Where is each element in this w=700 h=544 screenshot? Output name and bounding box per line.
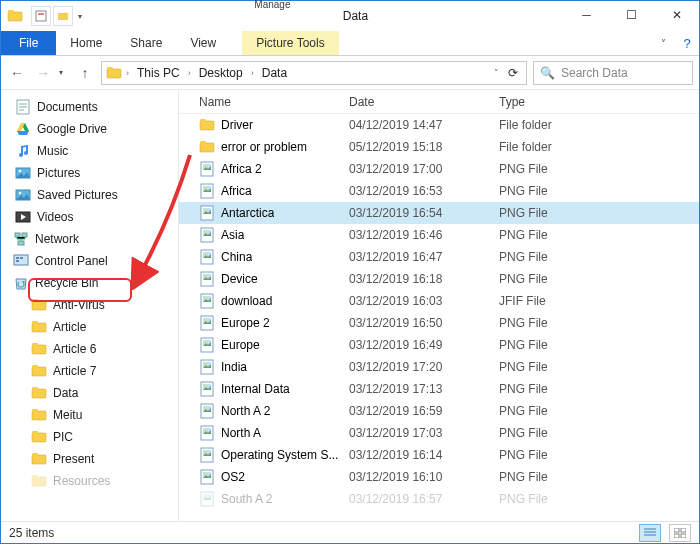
file-type: PNG File: [489, 382, 699, 396]
column-date[interactable]: Date: [339, 95, 489, 109]
ribbon-tab-picture-tools[interactable]: Picture Tools: [242, 31, 338, 55]
file-date: 04/12/2019 14:47: [339, 118, 489, 132]
file-row[interactable]: Internal Data03/12/2019 17:13PNG File: [179, 378, 699, 400]
file-row[interactable]: India03/12/2019 17:20PNG File: [179, 356, 699, 378]
qat-new-folder[interactable]: [53, 6, 73, 26]
column-name[interactable]: Name: [179, 95, 339, 109]
svg-rect-19: [16, 260, 19, 262]
tree-item[interactable]: Network: [3, 228, 176, 250]
chevron-right-icon[interactable]: ›: [124, 68, 131, 78]
file-date: 03/12/2019 16:18: [339, 272, 489, 286]
file-row[interactable]: Device03/12/2019 16:18PNG File: [179, 268, 699, 290]
tree-item[interactable]: Saved Pictures: [3, 184, 176, 206]
tree-item[interactable]: Article 6: [3, 338, 176, 360]
svg-point-59: [204, 275, 206, 277]
tree-item[interactable]: Resources: [3, 470, 176, 492]
nav-back[interactable]: ←: [7, 63, 27, 83]
svg-point-77: [204, 407, 206, 409]
tree-item-label: Pictures: [37, 166, 80, 180]
view-large-button[interactable]: [669, 524, 691, 542]
breadcrumb-this-pc[interactable]: This PC: [133, 66, 184, 80]
svg-point-74: [204, 385, 206, 387]
file-row[interactable]: China03/12/2019 16:47PNG File: [179, 246, 699, 268]
file-tab[interactable]: File: [1, 31, 56, 55]
folder-icon: [31, 473, 47, 489]
file-date: 03/12/2019 17:03: [339, 426, 489, 440]
file-name: China: [221, 250, 252, 264]
file-row[interactable]: North A 203/12/2019 16:59PNG File: [179, 400, 699, 422]
tree-item[interactable]: Anti-Virus: [3, 294, 176, 316]
chevron-right-icon[interactable]: ›: [249, 68, 256, 78]
file-row[interactable]: error or problem05/12/2019 15:18File fol…: [179, 136, 699, 158]
file-row[interactable]: Antarctica03/12/2019 16:54PNG File: [179, 202, 699, 224]
address-dropdown[interactable]: ˅: [491, 68, 502, 78]
refresh-icon[interactable]: ⟳: [504, 66, 522, 80]
maximize-button[interactable]: ☐: [609, 1, 654, 29]
qat-dropdown[interactable]: ▾: [75, 12, 85, 21]
folder-icon: [31, 297, 47, 313]
breadcrumb-data[interactable]: Data: [258, 66, 291, 80]
ribbon-tab-view[interactable]: View: [176, 31, 230, 55]
svg-point-71: [204, 363, 206, 365]
file-row[interactable]: Africa03/12/2019 16:53PNG File: [179, 180, 699, 202]
ribbon-tab-share[interactable]: Share: [116, 31, 176, 55]
nav-up[interactable]: ↑: [75, 63, 95, 83]
search-box[interactable]: 🔍: [533, 61, 693, 85]
tree-item[interactable]: Pictures: [3, 162, 176, 184]
context-tab-group: Manage Picture Tools: [220, 1, 325, 31]
file-row[interactable]: Operating System S...03/12/2019 16:14PNG…: [179, 444, 699, 466]
svg-rect-6: [107, 67, 113, 70]
tree-item[interactable]: Article 7: [3, 360, 176, 382]
address-bar[interactable]: › This PC › Desktop › Data ˅ ⟳: [101, 61, 527, 85]
column-headers[interactable]: Name Date Type: [179, 90, 699, 114]
tree-item[interactable]: Meitu: [3, 404, 176, 426]
file-date: 03/12/2019 16:10: [339, 470, 489, 484]
search-input[interactable]: [561, 66, 686, 80]
svg-rect-22: [32, 323, 46, 332]
close-button[interactable]: ✕: [654, 1, 699, 29]
svg-point-65: [204, 319, 206, 321]
nav-pane[interactable]: DocumentsGoogle DriveMusicPicturesSaved …: [1, 90, 179, 521]
ribbon-collapse-icon[interactable]: ˅: [651, 31, 675, 55]
tree-item[interactable]: Data: [3, 382, 176, 404]
svg-point-11: [19, 192, 22, 195]
file-row[interactable]: OS203/12/2019 16:10PNG File: [179, 466, 699, 488]
file-date: 03/12/2019 16:54: [339, 206, 489, 220]
tree-item[interactable]: PIC: [3, 426, 176, 448]
file-row[interactable]: Asia03/12/2019 16:46PNG File: [179, 224, 699, 246]
tree-item[interactable]: Article: [3, 316, 176, 338]
tree-item[interactable]: Present: [3, 448, 176, 470]
file-row[interactable]: North A03/12/2019 17:03PNG File: [179, 422, 699, 444]
tree-item[interactable]: Documents: [3, 96, 176, 118]
file-name: download: [221, 294, 272, 308]
file-row[interactable]: download03/12/2019 16:03JFIF File: [179, 290, 699, 312]
tree-item[interactable]: Google Drive: [3, 118, 176, 140]
app-icon: [7, 8, 23, 24]
help-icon[interactable]: ?: [675, 31, 699, 55]
svg-rect-29: [32, 387, 38, 390]
column-type[interactable]: Type: [489, 95, 699, 109]
tree-item[interactable]: Recycle Bin: [3, 272, 176, 294]
chevron-right-icon[interactable]: ›: [186, 68, 193, 78]
breadcrumb-desktop[interactable]: Desktop: [195, 66, 247, 80]
tree-item[interactable]: Music: [3, 140, 176, 162]
qat-properties[interactable]: [31, 6, 51, 26]
tree-item-label: PIC: [53, 430, 73, 444]
titlebar: ▾ Manage Picture Tools Data ─ ☐ ✕: [1, 1, 699, 31]
nav-history-dropdown[interactable]: ▾: [59, 68, 69, 77]
file-row[interactable]: Driver04/12/2019 14:47File folder: [179, 114, 699, 136]
tree-item[interactable]: Videos: [3, 206, 176, 228]
file-row[interactable]: Africa 203/12/2019 17:00PNG File: [179, 158, 699, 180]
view-details-button[interactable]: [639, 524, 661, 542]
context-header: Manage: [254, 1, 290, 9]
minimize-button[interactable]: ─: [564, 1, 609, 29]
nav-forward[interactable]: →: [33, 63, 53, 83]
tree-item[interactable]: Control Panel: [3, 250, 176, 272]
ribbon-tab-home[interactable]: Home: [56, 31, 116, 55]
file-row[interactable]: Europe03/12/2019 16:49PNG File: [179, 334, 699, 356]
folder-icon: [31, 319, 47, 335]
file-list[interactable]: Driver04/12/2019 14:47File foldererror o…: [179, 114, 699, 521]
file-row[interactable]: Europe 203/12/2019 16:50PNG File: [179, 312, 699, 334]
file-row[interactable]: South A 203/12/2019 16:57PNG File: [179, 488, 699, 510]
recycle-icon: [13, 275, 29, 291]
